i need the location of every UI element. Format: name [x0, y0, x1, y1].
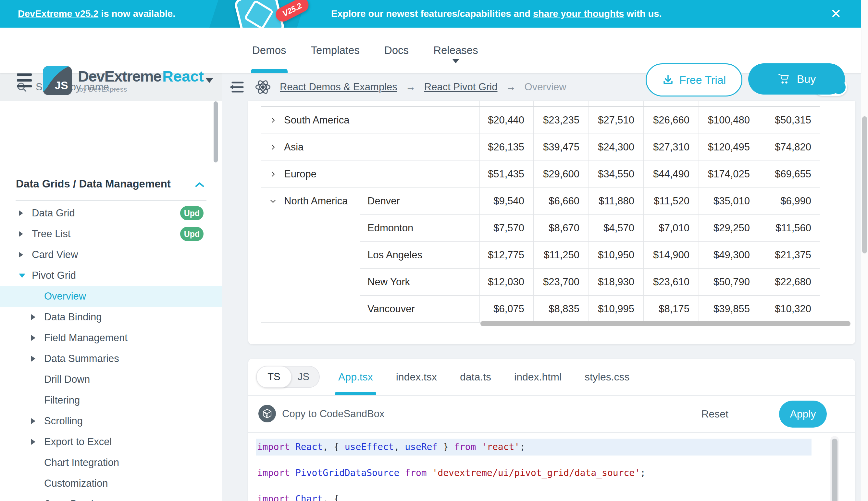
- sidebar-item-state-persistence[interactable]: State Persistence: [0, 494, 222, 501]
- chevron-up-icon[interactable]: [195, 182, 205, 188]
- triangle-right-icon[interactable]: [19, 210, 23, 216]
- close-icon[interactable]: ✕: [826, 4, 846, 23]
- pivot-value-cell: $6,990: [759, 188, 820, 214]
- apply-button[interactable]: Apply: [779, 401, 827, 428]
- sidebar-item-label: Field Management: [44, 332, 128, 344]
- sidebar-item-pivot-grid[interactable]: Pivot Grid: [0, 265, 222, 286]
- section-data-grids[interactable]: Data Grids / Data Management: [16, 178, 171, 190]
- tab-styles-css[interactable]: styles.css: [585, 359, 630, 395]
- pivot-row-expand[interactable]: Asia: [261, 134, 480, 160]
- nav-item-docs[interactable]: Docs: [384, 28, 409, 73]
- pivot-group-collapse[interactable]: North America: [261, 188, 360, 322]
- pivot-row-new-york[interactable]: New York$12,030$23,700$18,930$23,610$50,…: [360, 269, 820, 296]
- share-thoughts-link[interactable]: share your thoughts: [533, 9, 624, 19]
- chevron-down-icon[interactable]: [206, 78, 213, 83]
- nav-item-templates[interactable]: Templates: [311, 28, 360, 73]
- chevron-down-icon[interactable]: [452, 59, 459, 63]
- codesandbox-icon[interactable]: [259, 405, 276, 422]
- triangle-right-icon[interactable]: [31, 335, 35, 341]
- code-scrollbar-thumb[interactable]: [832, 439, 837, 501]
- triangle-right-icon[interactable]: [31, 439, 35, 445]
- breadcrumb-demos-link[interactable]: React Demos & Examples: [280, 81, 397, 93]
- sidebar-item-field-management[interactable]: Field Management: [0, 328, 222, 348]
- divider: [15, 200, 207, 201]
- pivot-row-denver[interactable]: Denver$9,540$6,660$11,880$11,520$35,010$…: [360, 188, 820, 215]
- pivot-row-expand[interactable]: South America: [261, 107, 480, 134]
- collapse-sidebar-icon[interactable]: [228, 78, 246, 96]
- tab-index-html[interactable]: index.html: [514, 359, 562, 395]
- page-scrollbar-thumb[interactable]: [862, 116, 867, 253]
- triangle-right-icon[interactable]: [31, 356, 35, 362]
- sidebar-item-filtering[interactable]: Filtering: [0, 390, 222, 411]
- sidebar-item-label: Tree List: [32, 228, 70, 240]
- triangle-right-icon[interactable]: [31, 418, 35, 424]
- sidebar-item-scrolling[interactable]: Scrolling: [0, 411, 222, 431]
- chevron-right-icon[interactable]: [269, 170, 277, 178]
- ts-option[interactable]: TS: [256, 366, 292, 388]
- triangle-down-icon[interactable]: [19, 274, 25, 278]
- sidebar-scrollbar[interactable]: [213, 102, 218, 162]
- chevron-right-icon[interactable]: [269, 116, 277, 124]
- tab-data-ts[interactable]: data.ts: [460, 359, 491, 395]
- pivot-value-cell: $34,550: [589, 161, 644, 188]
- devextreme-js-logo[interactable]: JS: [43, 66, 72, 95]
- pivot-row-asia[interactable]: Asia$26,135$39,475$24,300$27,310$120,495…: [261, 134, 820, 161]
- code-token: ,: [394, 441, 405, 452]
- brand-name[interactable]: DevExtreme: [78, 67, 161, 85]
- code-editor[interactable]: import React, { useEffect, useRef } from…: [248, 433, 855, 501]
- chevron-down-icon[interactable]: [269, 197, 277, 205]
- nav-item-demos[interactable]: Demos: [252, 28, 286, 73]
- triangle-right-icon[interactable]: [19, 231, 23, 237]
- pivot-row-vancouver[interactable]: Vancouver$6,075$8,835$10,995$8,175$39,85…: [360, 296, 820, 322]
- nav-item-releases[interactable]: Releases: [433, 28, 478, 73]
- table-horizontal-scrollbar[interactable]: [481, 321, 850, 326]
- breadcrumb-pivot-grid-link[interactable]: React Pivot Grid: [424, 81, 498, 93]
- tab-index-tsx[interactable]: index.tsx: [396, 359, 437, 395]
- nav-item-label: Demos: [252, 44, 286, 56]
- copy-to-codesandbox-button[interactable]: Copy to CodeSandBox: [282, 396, 384, 432]
- pivot-value-cell: $8,835: [533, 296, 589, 322]
- sidebar-item-tree-list[interactable]: Tree ListUpd: [0, 224, 222, 244]
- sidebar-item-label: Filtering: [44, 394, 80, 406]
- pivot-value-cell: $49,300: [699, 242, 759, 268]
- sidebar-item-export-to-excel[interactable]: Export to Excel: [0, 431, 222, 452]
- triangle-right-icon[interactable]: [19, 252, 23, 258]
- pivot-value-cell: $23,610: [644, 269, 699, 295]
- sidebar-item-card-view[interactable]: Card View: [0, 244, 222, 265]
- sidebar-item-overview[interactable]: Overview: [0, 286, 222, 307]
- hamburger-menu-icon[interactable]: [17, 73, 33, 88]
- pivot-value-cell: $22,680: [759, 269, 820, 295]
- platform-selector[interactable]: React: [162, 67, 204, 85]
- pivot-row-expand[interactable]: Europe: [261, 161, 480, 188]
- pivot-value-cell: $7,570: [480, 215, 533, 242]
- free-trial-button[interactable]: Free Trial: [646, 63, 743, 96]
- pivot-value-cell: $100,480: [699, 107, 759, 134]
- triangle-right-icon[interactable]: [31, 314, 35, 320]
- chevron-right-icon[interactable]: [269, 143, 277, 151]
- tab-App-tsx[interactable]: App.tsx: [338, 359, 373, 395]
- code-token: 'react': [481, 441, 520, 452]
- pivot-row-europe[interactable]: Europe$51,435$29,600$34,550$44,490$174,0…: [261, 161, 820, 188]
- buy-button[interactable]: Buy: [748, 63, 845, 95]
- sidebar-item-customization[interactable]: Customization: [0, 473, 222, 494]
- pivot-value-cell: [533, 101, 589, 106]
- js-option[interactable]: JS: [288, 366, 319, 387]
- pivot-row-los-angeles[interactable]: Los Angeles$12,775$11,250$10,950$14,900$…: [360, 242, 820, 269]
- language-toggle[interactable]: TS JS: [256, 366, 320, 388]
- pivot-value-cell: $10,995: [589, 296, 644, 322]
- pivot-value-cell: $23,700: [533, 269, 589, 295]
- code-token: React: [295, 441, 323, 452]
- reset-button[interactable]: Reset: [701, 396, 728, 432]
- pivot-row-label: South America: [284, 114, 350, 126]
- code-tabs-row: TS JS App.tsxindex.tsxdata.tsindex.htmls…: [248, 359, 855, 396]
- sidebar-item-data-summaries[interactable]: Data Summaries: [0, 348, 222, 369]
- release-link[interactable]: DevExtreme v25.2: [18, 9, 98, 19]
- sidebar-item-data-grid[interactable]: Data GridUpd: [0, 203, 222, 224]
- pivot-row-south-america[interactable]: South America$20,440$23,235$27,510$26,66…: [261, 107, 820, 134]
- sidebar-item-drill-down[interactable]: Drill Down: [0, 369, 222, 390]
- pivot-row-edmonton[interactable]: Edmonton$7,570$8,670$4,570$7,010$29,250$…: [360, 215, 820, 242]
- code-scrollbar-track: [830, 436, 839, 501]
- brand-subtitle: by DevExpress: [79, 85, 127, 93]
- sidebar-item-chart-integration[interactable]: Chart Integration: [0, 452, 222, 473]
- sidebar-item-data-binding[interactable]: Data Binding: [0, 307, 222, 328]
